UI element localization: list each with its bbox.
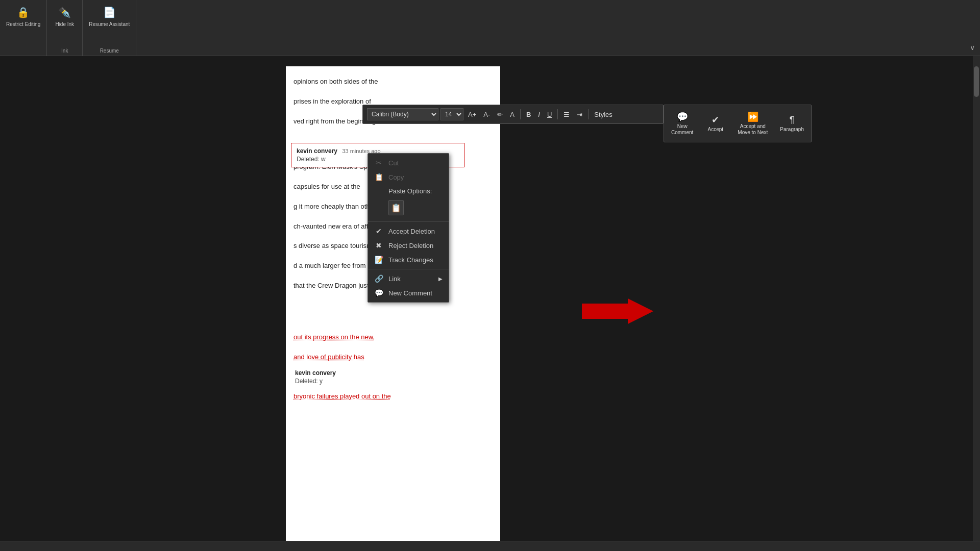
grow-font-button[interactable]: A+	[465, 108, 479, 120]
shrink-font-button[interactable]: A-	[481, 108, 493, 120]
styles-button[interactable]: Styles	[592, 108, 615, 120]
reject-deletion-label: Reject Deletion	[388, 242, 443, 249]
svg-marker-0	[582, 298, 653, 324]
context-menu-paste-options: Paste Options:	[368, 184, 449, 198]
hide-ink-button[interactable]: ✒️ Hide Ink	[53, 2, 76, 30]
para-1: opinions on both sides of the	[293, 77, 495, 87]
paste-icon-button[interactable]: 📋	[388, 200, 404, 215]
paragraph-icon: ¶	[790, 115, 795, 126]
ink-group-label: Ink	[61, 47, 68, 54]
hide-ink-group: ✒️ Hide Ink Ink	[47, 0, 83, 56]
red-arrow	[582, 296, 653, 327]
track-changes-label: Track Changes	[388, 256, 443, 264]
bold-button[interactable]: B	[524, 108, 533, 120]
comment-2-author: kevin convery	[295, 369, 336, 377]
cut-label: Cut	[388, 159, 443, 167]
toolbar-divider-2	[557, 109, 558, 119]
context-menu-new-comment[interactable]: 💬 New Comment	[368, 286, 449, 300]
bottom-bar	[0, 541, 980, 551]
formatting-toolbar: Calibri (Body) 14 A+ A- ✏ A B I U ☰ ⇥ St…	[362, 105, 664, 124]
accept-button[interactable]: ✔ Accept	[701, 108, 729, 139]
accept-deletion-icon: ✔	[374, 227, 383, 235]
document-page: opinions on both sides of the prises in …	[286, 66, 500, 541]
paragraph-label: Paragraph	[780, 127, 804, 133]
comment-2-body: Deleted: y	[295, 378, 420, 385]
accept-move-button[interactable]: ⏩ Accept andMove to Next	[733, 108, 772, 139]
restrict-editing-label: Restrict Editing	[6, 21, 40, 28]
accept-move-icon: ⏩	[747, 111, 758, 122]
link-arrow-icon: ▶	[438, 276, 443, 282]
context-menu-track-changes[interactable]: 📝 Track Changes	[368, 253, 449, 267]
comment-2-author-line: kevin convery	[295, 369, 420, 377]
resume-assistant-label: Resume Assistant	[89, 21, 130, 28]
font-color-button[interactable]: A	[507, 108, 517, 120]
right-toolbar: 💬 NewComment ✔ Accept ⏩ Accept andMove t…	[664, 105, 812, 142]
copy-icon: 📋	[374, 173, 383, 181]
track-changes-icon: 📝	[374, 256, 383, 264]
paragraph-button[interactable]: ¶ Paragraph	[776, 108, 808, 139]
font-size-selector[interactable]: 14	[440, 108, 463, 120]
reject-deletion-icon: ✖	[374, 241, 383, 249]
paste-icon-row: 📋	[368, 198, 449, 219]
link-icon: 🔗	[374, 274, 383, 283]
new-comment-label: NewComment	[671, 123, 693, 136]
ribbon-expand-button[interactable]: ∨	[970, 43, 975, 52]
context-menu-reject-deletion[interactable]: ✖ Reject Deletion	[368, 238, 449, 253]
accept-move-label: Accept andMove to Next	[738, 123, 768, 136]
scrollbar-thumb[interactable]	[974, 66, 979, 97]
cut-icon: ✂	[374, 159, 383, 167]
resume-assistant-group: 📄 Resume Assistant Resume	[83, 0, 136, 56]
paste-options-label: Paste Options:	[388, 187, 443, 195]
highlight-button[interactable]: ✏	[495, 108, 505, 120]
comment-1-author: kevin convery	[297, 147, 337, 155]
resume-assistant-button[interactable]: 📄 Resume Assistant	[87, 2, 132, 30]
underline-button[interactable]: U	[545, 108, 554, 120]
context-menu-cut[interactable]: ✂ Cut	[368, 156, 449, 170]
vertical-scrollbar[interactable]	[973, 56, 980, 551]
ribbon: 🔒 Restrict Editing ✒️ Hide Ink Ink 📄 Res…	[0, 0, 980, 56]
accept-label: Accept	[708, 127, 724, 133]
new-comment-ctx-label: New Comment	[388, 289, 443, 297]
new-comment-ctx-icon: 💬	[374, 289, 383, 297]
para-bottom-4: bryonic failures played out on the	[293, 391, 495, 402]
page-container: opinions on both sides of the prises in …	[286, 66, 694, 541]
toolbar-divider-3	[588, 109, 589, 119]
list-button[interactable]: ☰	[561, 108, 572, 120]
resume-group-label: Resume	[100, 47, 119, 54]
restrict-editing-button[interactable]: 🔒 Restrict Editing	[4, 2, 42, 30]
new-comment-icon: 💬	[677, 111, 688, 122]
indent-button[interactable]: ⇥	[574, 108, 585, 120]
context-menu: ✂ Cut 📋 Copy Paste Options: 📋 ✔ Accept D…	[368, 153, 449, 303]
context-menu-link[interactable]: 🔗 Link ▶	[368, 271, 449, 286]
comment-balloon-2: kevin convery Deleted: y	[291, 367, 424, 387]
new-comment-button[interactable]: 💬 NewComment	[667, 108, 697, 139]
resume-icon: 📄	[101, 4, 117, 20]
toolbar-divider-1	[520, 109, 521, 119]
accept-deletion-label: Accept Deletion	[388, 228, 443, 235]
context-menu-accept-deletion[interactable]: ✔ Accept Deletion	[368, 224, 449, 238]
lock-icon: 🔒	[15, 4, 32, 20]
copy-label: Copy	[388, 173, 443, 181]
para-bottom-1: out its progress on the new,	[293, 332, 495, 343]
hide-ink-label: Hide Ink	[55, 21, 74, 28]
restrict-editing-group: 🔒 Restrict Editing	[0, 0, 47, 56]
context-menu-divider-2	[368, 269, 449, 269]
link-label: Link	[388, 275, 433, 283]
ink-icon: ✒️	[57, 4, 73, 20]
italic-button[interactable]: I	[535, 108, 543, 120]
document-area: opinions on both sides of the prises in …	[0, 56, 980, 551]
accept-icon: ✔	[712, 114, 719, 126]
font-selector[interactable]: Calibri (Body)	[367, 108, 438, 120]
para-bottom-2: and love of publicity has	[293, 352, 495, 363]
context-menu-divider-1	[368, 221, 449, 222]
context-menu-copy[interactable]: 📋 Copy	[368, 170, 449, 184]
